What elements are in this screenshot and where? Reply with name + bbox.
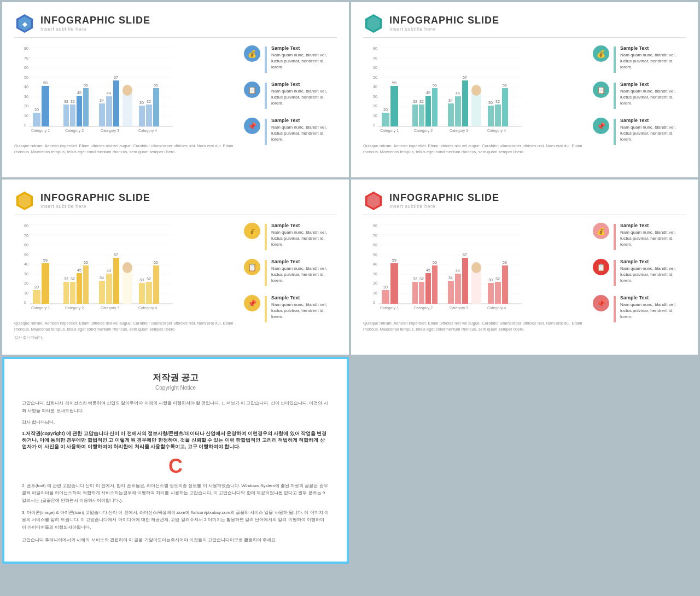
yellow-text-1: Sample Text Nam quam nunc, blandit vel, …	[271, 223, 337, 248]
svg-text:32: 32	[147, 100, 151, 103]
svg-text:67: 67	[114, 253, 118, 257]
svg-text:56: 56	[154, 261, 158, 264]
svg-text:20: 20	[373, 104, 377, 108]
svg-rect-137	[113, 258, 119, 304]
svg-text:Category 2: Category 2	[65, 306, 84, 310]
teal-slide-subtitle: Insert subtitle here	[389, 26, 499, 32]
teal-icon-1: 💰	[593, 45, 609, 62]
svg-text:Category 4: Category 4	[138, 306, 157, 310]
svg-text:20: 20	[24, 104, 28, 108]
blue-slide-subtitle: Insert subtitle here	[40, 26, 150, 32]
svg-text:10: 10	[24, 114, 28, 118]
svg-rect-125	[63, 282, 69, 304]
blue-sidebar-item-1: 💰 Sample Text Nam quam nunc, blandit vel…	[244, 45, 337, 73]
teal-text-1: Sample Text Nam quam nunc, blandit vel, …	[620, 45, 686, 71]
yellow-icon-1: 💰	[244, 223, 260, 239]
svg-point-90	[471, 85, 481, 96]
svg-text:Category 4: Category 4	[138, 129, 157, 133]
svg-text:45: 45	[426, 91, 430, 95]
svg-text:30: 30	[24, 95, 28, 99]
blue-bar-chart: 80 70 60 50 40 30 20 10 0	[14, 43, 178, 136]
svg-rect-195	[502, 265, 508, 304]
svg-text:59: 59	[43, 81, 48, 85]
yellow-sidebar-item-2: 📋 Sample Text Nam quam nunc, blandit vel…	[244, 259, 337, 286]
teal-icon-3: 📌	[593, 118, 609, 134]
svg-text:10: 10	[24, 291, 28, 295]
yellow-slide-body: 80 70 60 50 40 30 20 10 0	[14, 221, 337, 340]
yellow-sidebar: 💰 Sample Text Nam quam nunc, blandit vel…	[244, 221, 337, 340]
yellow-icon-2: 📋	[244, 259, 260, 275]
svg-text:0: 0	[373, 300, 375, 304]
yellow-text-3: Sample Text Nam quam nunc, blandit vel, …	[271, 295, 337, 320]
yellow-bar-3	[265, 296, 267, 322]
red-hex-icon	[363, 190, 384, 211]
blue-chart-area: 80 70 60 50 40 30 20 10 0	[14, 43, 238, 155]
svg-rect-135	[106, 274, 112, 304]
svg-text:32: 32	[413, 277, 417, 281]
svg-text:30: 30	[373, 272, 377, 276]
c-logo: C	[22, 455, 329, 478]
teal-bar-3	[614, 119, 616, 145]
svg-text:70: 70	[373, 234, 377, 238]
svg-text:50: 50	[373, 76, 377, 79]
svg-rect-131	[83, 265, 89, 304]
teal-sidebar-item-3: 📌 Sample Text Nam quam nunc, blandit vel…	[593, 118, 686, 145]
teal-description: Quisque rutrum. Aenean imperdiet. Etiam …	[363, 143, 587, 155]
svg-text:60: 60	[373, 66, 377, 70]
svg-point-40	[122, 85, 132, 96]
red-text-1: Sample Text Nam quam nunc, blandit vel, …	[620, 223, 686, 248]
yellow-hex-icon	[14, 190, 35, 211]
svg-rect-35	[106, 96, 112, 126]
svg-text:Category 2: Category 2	[414, 306, 433, 310]
red-text-2: Sample Text Nam quam nunc, blandit vel, …	[620, 259, 686, 284]
svg-text:32: 32	[71, 277, 75, 281]
svg-text:0: 0	[373, 123, 375, 127]
svg-rect-183	[448, 281, 454, 304]
svg-text:56: 56	[433, 261, 437, 264]
svg-rect-83	[448, 103, 454, 126]
svg-rect-127	[70, 282, 75, 304]
svg-rect-189	[471, 270, 481, 304]
svg-text:30: 30	[488, 278, 493, 282]
blue-slide-title: INFOGRAPHIC SLIDE	[40, 15, 150, 26]
svg-text:32: 32	[495, 277, 500, 281]
svg-text:Category 1: Category 1	[31, 129, 50, 133]
copyright-footer-text: 고맙습니다 추려나라에서와 사례의 서비스와 관련하여 이 글을 가알아도아는주…	[22, 536, 329, 544]
svg-text:40: 40	[373, 262, 377, 266]
svg-rect-71	[382, 113, 389, 126]
svg-text:40: 40	[24, 262, 28, 266]
teal-bar-1	[614, 47, 616, 73]
svg-text:Category 4: Category 4	[487, 306, 506, 310]
svg-rect-23	[42, 86, 49, 126]
svg-rect-29	[77, 96, 82, 126]
blue-description: Quisque rutrum. Aenean imperdiet. Etiam …	[14, 143, 238, 155]
svg-text:Category 1: Category 1	[380, 306, 399, 310]
svg-text:59: 59	[43, 258, 48, 262]
svg-text:50: 50	[24, 253, 28, 257]
svg-text:32: 32	[64, 277, 68, 281]
slide-red: INFOGRAPHIC SLIDE Insert subtitle here 8…	[351, 180, 698, 355]
svg-rect-133	[99, 281, 105, 304]
svg-text:30: 30	[139, 278, 144, 282]
red-icon-2: 📋	[593, 259, 609, 275]
svg-rect-145	[153, 265, 159, 304]
svg-text:32: 32	[419, 100, 424, 103]
svg-rect-25	[63, 105, 69, 126]
red-sidebar: 💰 Sample Text Nam quam nunc, blandit vel…	[593, 221, 686, 333]
svg-text:67: 67	[463, 76, 467, 79]
slide-yellow-header: INFOGRAPHIC SLIDE Insert subtitle here	[14, 190, 337, 215]
svg-text:Category 2: Category 2	[65, 129, 84, 133]
svg-text:30: 30	[139, 101, 144, 105]
yellow-sidebar-item-1: 💰 Sample Text Nam quam nunc, blandit vel…	[244, 223, 337, 250]
blue-text-3: Sample Text Nam quam nunc, blandit vel, …	[271, 118, 337, 143]
red-slide-subtitle: Insert subtitle here	[389, 204, 499, 209]
red-bar-1	[614, 224, 616, 250]
blue-icon-1: 💰	[244, 45, 260, 62]
blue-icon-3: 📌	[244, 118, 260, 134]
svg-text:20: 20	[383, 108, 388, 112]
svg-rect-129	[77, 273, 82, 304]
svg-text:60: 60	[24, 66, 28, 70]
svg-text:32: 32	[419, 277, 424, 281]
svg-text:80: 80	[24, 47, 28, 50]
svg-rect-91	[488, 106, 494, 126]
